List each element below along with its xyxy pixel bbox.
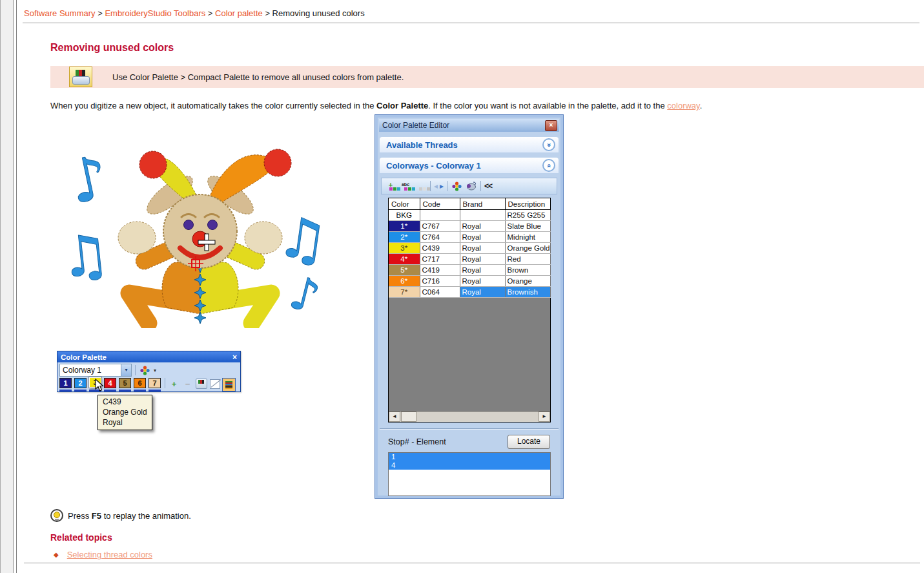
col-header-color[interactable]: Color bbox=[389, 198, 420, 210]
stop-element-label: Stop# - Element bbox=[388, 437, 446, 446]
swatch-underline-bar bbox=[119, 390, 131, 391]
colorway-table-body: BKGR255 G2551*C767RoyalSlate Blue2*C764R… bbox=[389, 210, 550, 298]
separator bbox=[430, 181, 431, 191]
color-swatch-cell: 3* bbox=[389, 243, 420, 254]
stop-list-item[interactable]: 1 bbox=[389, 453, 550, 461]
swatch-underline-bar bbox=[104, 390, 116, 391]
diamond-bullet-icon: ◆ bbox=[54, 551, 59, 558]
splitter-gutter[interactable] bbox=[0, 0, 18, 573]
compact-palette-icon[interactable] bbox=[195, 378, 207, 390]
colorway-dropdown[interactable]: Colorway 1 ▾ bbox=[59, 364, 132, 377]
horizontal-scrollbar[interactable]: ◄ ► bbox=[389, 411, 550, 422]
separator bbox=[135, 365, 136, 375]
palette-swatch-cell: 4 bbox=[104, 378, 118, 391]
hide-unused-icon[interactable] bbox=[209, 378, 221, 390]
scroll-left-icon[interactable]: ◄ bbox=[389, 412, 400, 422]
section-available-threads[interactable]: Available Threads » bbox=[380, 137, 559, 152]
description-cell: Orange Gold bbox=[505, 243, 550, 254]
palette-swatch-5[interactable]: 5 bbox=[119, 378, 131, 388]
palette-swatch-4[interactable]: 4 bbox=[104, 378, 116, 388]
col-header-code[interactable]: Code bbox=[420, 198, 460, 210]
scrollbar-thumb[interactable] bbox=[401, 412, 416, 422]
description-cell: R255 G255 bbox=[505, 210, 550, 221]
editor-titlebar[interactable]: Color Palette Editor × bbox=[379, 119, 559, 132]
table-row[interactable]: 3*C439RoyalOrange Gold bbox=[389, 243, 550, 254]
col-header-brand[interactable]: Brand bbox=[460, 198, 505, 210]
color-swatch-cell: 5* bbox=[389, 265, 420, 276]
close-icon[interactable]: × bbox=[545, 120, 557, 131]
color-swatch-cell: 2* bbox=[389, 232, 420, 243]
add-color-icon[interactable]: + bbox=[168, 378, 180, 390]
color-palette-title: Color Palette bbox=[61, 353, 107, 361]
breadcrumb-link[interactable]: Software Summary bbox=[24, 8, 96, 18]
embroidery-design-image: ♪ ♫ ♫ ♪ bbox=[65, 134, 336, 328]
chevron-up-icon[interactable]: « bbox=[542, 159, 555, 172]
tooltip-description: Orange Gold bbox=[103, 407, 147, 417]
f5-key: F5 bbox=[92, 511, 101, 521]
palette-swatch-cell: 1 bbox=[59, 378, 73, 391]
color-palette-titlebar[interactable]: Color Palette × bbox=[57, 351, 240, 362]
code-cell: C716 bbox=[420, 276, 460, 287]
code-cell: C764 bbox=[420, 232, 460, 243]
stop-list-item[interactable]: 4 bbox=[389, 461, 550, 470]
related-topic-link[interactable]: Selecting thread colors bbox=[67, 550, 152, 559]
scroll-right-icon[interactable]: ► bbox=[539, 412, 550, 422]
palette-swatch-2[interactable]: 2 bbox=[74, 378, 87, 388]
separator bbox=[480, 181, 481, 191]
intro-text-1: When you digitize a new object, it autom… bbox=[50, 101, 376, 110]
breadcrumb-divider bbox=[23, 23, 919, 23]
breadcrumb-link[interactable]: Color palette bbox=[215, 8, 263, 18]
breadcrumb-link[interactable]: EmbroideryStudio Toolbars bbox=[105, 8, 205, 18]
description-cell: Slate Blue bbox=[505, 221, 550, 232]
collapse-icon[interactable]: << bbox=[484, 182, 492, 191]
palette-swatch-cell: 2 bbox=[74, 378, 88, 391]
table-row[interactable]: 6*C716RoyalOrange bbox=[389, 276, 550, 287]
topic-content: Software Summary > EmbroideryStudio Tool… bbox=[23, 0, 924, 573]
code-cell: C419 bbox=[420, 265, 460, 276]
table-row[interactable]: 7*C064RoyalBrownish bbox=[389, 287, 550, 298]
cycle-colors-button[interactable] bbox=[451, 180, 463, 192]
related-topics-heading: Related topics bbox=[50, 532, 924, 543]
next-arrow-icon[interactable]: ▸ bbox=[440, 182, 444, 191]
table-row[interactable]: 4*C717RoyalRed bbox=[389, 254, 550, 265]
lightbulb-icon bbox=[50, 509, 63, 522]
thread-colors-icon[interactable] bbox=[222, 378, 236, 391]
previous-arrow-icon[interactable]: ◂ bbox=[434, 182, 438, 191]
palette-swatch-1[interactable]: 1 bbox=[59, 378, 72, 388]
note-text: Use Color Palette > Compact Palette to r… bbox=[112, 72, 404, 82]
code-cell bbox=[420, 210, 460, 221]
intro-paragraph: When you digitize a new object, it autom… bbox=[50, 101, 924, 110]
colorway-link[interactable]: colorway bbox=[667, 101, 699, 110]
palette-swatch-6[interactable]: 6 bbox=[134, 378, 146, 388]
footer-divider bbox=[24, 563, 920, 563]
brand-cell: Royal bbox=[460, 265, 505, 276]
divider bbox=[380, 428, 559, 430]
table-row[interactable]: 2*C764RoyalMidnight bbox=[389, 232, 550, 243]
brand-cell: Royal bbox=[460, 254, 505, 265]
delete-colorway-button[interactable] bbox=[414, 180, 427, 193]
add-colorway-button[interactable]: + bbox=[384, 180, 397, 193]
stop-element-list[interactable]: 14 bbox=[388, 452, 551, 496]
col-header-description[interactable]: Description bbox=[505, 198, 550, 210]
swatch-tooltip: C439 Orange Gold Royal bbox=[98, 395, 152, 430]
mouse-cursor-icon bbox=[95, 379, 104, 391]
palette-swatch-row: 1234567+− bbox=[57, 378, 240, 393]
svg-text:♪: ♪ bbox=[65, 142, 114, 218]
rename-colorway-button[interactable]: abc bbox=[399, 180, 412, 193]
chevron-down-icon[interactable]: ▾ bbox=[121, 364, 131, 376]
remove-color-icon[interactable]: − bbox=[181, 378, 194, 390]
table-row[interactable]: 1*C767RoyalSlate Blue bbox=[389, 221, 550, 232]
chevron-down-icon[interactable]: ▾ bbox=[154, 368, 156, 373]
table-row[interactable]: BKGR255 G255 bbox=[389, 210, 550, 221]
locate-button[interactable]: Locate bbox=[508, 435, 550, 449]
breadcrumb-separator: > bbox=[96, 8, 105, 18]
chevron-down-icon[interactable]: » bbox=[542, 138, 555, 151]
section-colorways[interactable]: Colorways - Colorway 1 « bbox=[380, 158, 559, 173]
swatch-underline-bar bbox=[149, 390, 161, 391]
palette-swatch-7[interactable]: 7 bbox=[149, 378, 161, 388]
close-icon[interactable]: × bbox=[232, 353, 237, 361]
table-row[interactable]: 5*C419RoyalBrown bbox=[389, 265, 550, 276]
cycle-colors-button[interactable] bbox=[139, 364, 151, 376]
colorway-selected-value: Colorway 1 bbox=[63, 366, 101, 375]
thread-chart-mouse-icon[interactable] bbox=[465, 180, 477, 192]
